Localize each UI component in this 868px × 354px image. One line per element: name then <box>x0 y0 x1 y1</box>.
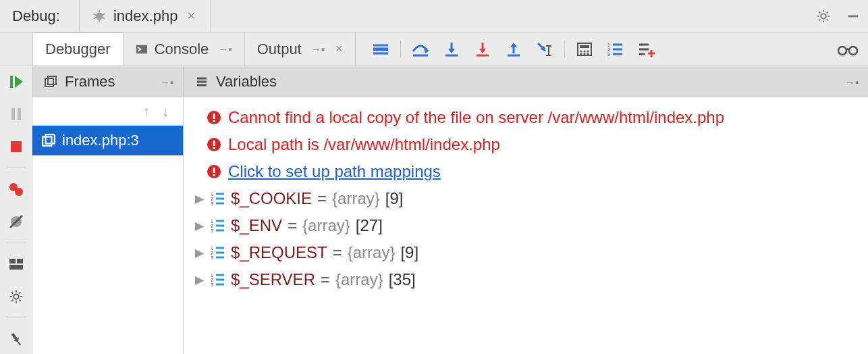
svg-line-4 <box>103 14 105 15</box>
gear-icon <box>9 289 24 304</box>
step-over-button[interactable] <box>405 32 436 66</box>
step-out-button[interactable] <box>498 32 529 66</box>
close-icon[interactable]: × <box>184 8 198 24</box>
frames-panel: ↑ ↓ index.php:3 <box>32 97 184 354</box>
hide-button[interactable] <box>838 0 868 32</box>
variable-count: [9] <box>385 189 404 208</box>
svg-text:2: 2 <box>211 197 213 201</box>
svg-point-70 <box>13 294 18 299</box>
svg-rect-79 <box>11 333 17 340</box>
svg-rect-91 <box>213 120 215 122</box>
svg-line-13 <box>827 19 828 20</box>
equals-sign: = <box>288 216 297 235</box>
stop-icon <box>9 140 23 153</box>
variable-row[interactable]: ▶123$_SERVER = {array} [35] <box>189 266 863 293</box>
svg-rect-38 <box>580 45 589 48</box>
force-step-into-button[interactable] <box>467 32 498 66</box>
close-icon[interactable]: × <box>331 42 343 56</box>
layout-settings-button[interactable] <box>3 253 30 276</box>
list-plus-icon <box>638 42 655 57</box>
popout-icon[interactable]: →▪ <box>160 76 173 87</box>
svg-rect-97 <box>213 174 215 176</box>
tab-debugger[interactable]: Debugger <box>32 32 124 66</box>
variable-type: {array} <box>348 243 396 262</box>
watches-button[interactable] <box>828 32 868 66</box>
svg-line-81 <box>18 342 20 345</box>
step-into-button[interactable] <box>436 32 467 66</box>
resume-icon <box>9 74 24 90</box>
add-watch-button[interactable] <box>631 32 662 66</box>
svg-rect-62 <box>11 141 22 152</box>
pause-icon <box>10 107 22 122</box>
run-to-cursor-icon <box>536 41 553 57</box>
step-over-icon <box>411 42 430 57</box>
settings-button[interactable] <box>809 0 838 32</box>
tab-console-label: Console <box>155 41 209 58</box>
svg-point-64 <box>15 188 23 196</box>
pin-button[interactable] <box>3 328 30 351</box>
debug-config-tab[interactable]: index.php × <box>79 0 211 32</box>
stackframe-icon <box>42 134 55 147</box>
svg-point-7 <box>821 14 825 18</box>
svg-point-44 <box>587 53 589 55</box>
popout-icon: →▪ <box>311 43 325 55</box>
mute-breakpoints-button[interactable] <box>3 210 30 233</box>
svg-line-75 <box>11 292 13 293</box>
svg-text:2: 2 <box>211 224 213 228</box>
resume-button[interactable] <box>3 70 30 93</box>
frames-panel-header[interactable]: Frames →▪ <box>32 66 184 97</box>
expand-icon[interactable]: ▶ <box>193 192 205 206</box>
variable-row[interactable]: ▶123$_COOKIE = {array} [9] <box>189 185 863 212</box>
svg-text:2: 2 <box>211 278 213 282</box>
popout-icon[interactable]: →▪ <box>845 76 859 87</box>
breakpoints-icon <box>8 182 24 197</box>
variable-name: $_REQUEST <box>231 243 327 262</box>
svg-line-78 <box>19 292 20 293</box>
debug-settings-button[interactable] <box>3 285 30 308</box>
array-icon: 123 <box>211 272 225 287</box>
svg-line-76 <box>19 300 20 301</box>
path-mappings-link[interactable]: Click to set up path mappings <box>228 162 441 181</box>
variable-count: [35] <box>389 270 416 289</box>
frame-prev-button[interactable]: ↑ <box>142 103 150 120</box>
tab-console[interactable]: Console →▪ <box>124 32 245 66</box>
expand-icon[interactable]: ▶ <box>193 273 205 287</box>
svg-text:1: 1 <box>607 43 610 47</box>
svg-rect-94 <box>213 147 215 149</box>
variable-row[interactable]: ▶123$_REQUEST = {array} [9] <box>189 239 863 266</box>
exec-point-icon <box>372 43 389 56</box>
variable-type: {array} <box>332 189 380 208</box>
svg-point-0 <box>95 12 103 20</box>
error-line: Click to set up path mappings <box>189 158 863 185</box>
tab-output[interactable]: Output →▪ × <box>245 32 356 66</box>
variable-count: [9] <box>400 243 418 262</box>
popout-icon: →▪ <box>218 43 232 55</box>
svg-marker-24 <box>448 49 455 53</box>
array-icon: 123 <box>211 191 225 206</box>
glasses-icon <box>836 43 859 56</box>
variable-name: $_SERVER <box>231 270 315 289</box>
evaluate-expression-button[interactable] <box>569 32 600 66</box>
show-execution-point-button[interactable] <box>365 32 396 66</box>
svg-point-42 <box>580 53 582 55</box>
svg-point-40 <box>583 50 585 52</box>
run-to-cursor-button[interactable] <box>529 32 560 66</box>
pause-button[interactable] <box>3 103 30 126</box>
variable-row[interactable]: ▶123$_ENV = {array} [27] <box>189 212 863 239</box>
trace-button[interactable]: 1 2 3 <box>600 32 631 66</box>
gear-icon <box>816 9 831 24</box>
variables-panel-header[interactable]: Variables →▪ <box>184 66 868 97</box>
svg-point-56 <box>838 47 846 55</box>
expand-icon[interactable]: ▶ <box>193 246 205 260</box>
debug-tabs-toolbar: Debugger Console →▪ Output →▪ × <box>0 32 868 66</box>
svg-rect-17 <box>136 45 147 53</box>
frames-icon <box>45 76 57 88</box>
view-breakpoints-button[interactable] <box>3 178 30 201</box>
frame-row[interactable]: index.php:3 <box>32 126 183 155</box>
frame-next-button[interactable]: ↓ <box>162 103 169 120</box>
stop-button[interactable] <box>3 135 30 158</box>
svg-text:1: 1 <box>211 273 213 278</box>
svg-line-77 <box>11 300 13 301</box>
expand-icon[interactable]: ▶ <box>193 219 205 233</box>
variables-icon <box>196 76 208 88</box>
